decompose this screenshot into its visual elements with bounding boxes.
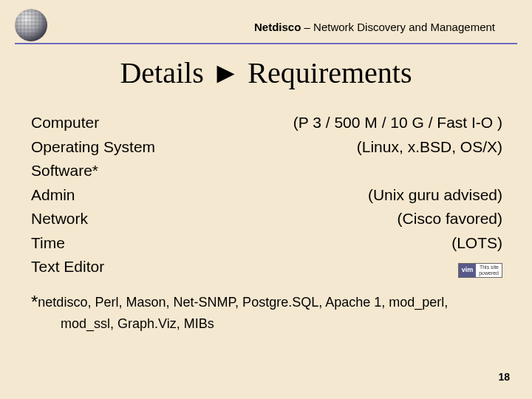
row-network: Network (Cisco favored) [31, 207, 502, 231]
page-title: Details ► Requirements [0, 55, 532, 90]
footnote: *netdisco, Perl, Mason, Net-SNMP, Postgr… [31, 290, 504, 333]
row-editor: Text Editor vim This site powered [31, 255, 502, 279]
label-time: Time [31, 231, 65, 256]
slide-header: Netdisco – Network Discovery and Managem… [15, 13, 517, 50]
label-software: Software* [31, 159, 98, 183]
footnote-star: * [31, 292, 38, 312]
label-computer: Computer [31, 111, 99, 135]
label-network: Network [31, 207, 88, 231]
value-editor: vim This site powered [104, 263, 502, 278]
page-number: 18 [498, 371, 510, 383]
vim-badge: vim This site powered [458, 263, 502, 278]
value-os: (Linux, x.BSD, OS/X) [155, 135, 502, 160]
row-admin: Admin (Unix guru advised) [31, 183, 502, 208]
vim-badge-right-2: powered [479, 270, 499, 276]
footnote-text-1: netdisco, Perl, Mason, Net-SNMP, Postgre… [38, 295, 448, 310]
label-os: Operating System [31, 135, 155, 160]
vim-badge-right: This site powered [476, 264, 502, 277]
label-admin: Admin [31, 183, 75, 208]
row-software: Software* [31, 159, 502, 183]
header-title: Netdisco – Network Discovery and Managem… [254, 21, 495, 33]
header-divider [15, 43, 517, 44]
value-admin: (Unix guru advised) [75, 183, 502, 208]
value-computer: (P 3 / 500 M / 10 G / Fast I-O ) [99, 111, 502, 135]
vim-badge-left: vim [459, 264, 477, 277]
footnote-line-1: *netdisco, Perl, Mason, Net-SNMP, Postgr… [31, 290, 504, 315]
row-time: Time (LOTS) [31, 231, 502, 256]
vim-badge-right-1: This site [479, 265, 499, 270]
app-name: Netdisco [254, 21, 301, 33]
app-subtitle: – Network Discovery and Management [301, 21, 495, 33]
requirements-list: Computer (P 3 / 500 M / 10 G / Fast I-O … [31, 111, 502, 279]
label-editor: Text Editor [31, 255, 104, 279]
footnote-line-2: mod_ssl, Graph.Viz, MIBs [61, 315, 504, 333]
value-network: (Cisco favored) [88, 207, 502, 231]
row-os: Operating System (Linux, x.BSD, OS/X) [31, 135, 502, 160]
row-computer: Computer (P 3 / 500 M / 10 G / Fast I-O … [31, 111, 502, 135]
value-time: (LOTS) [65, 231, 502, 256]
